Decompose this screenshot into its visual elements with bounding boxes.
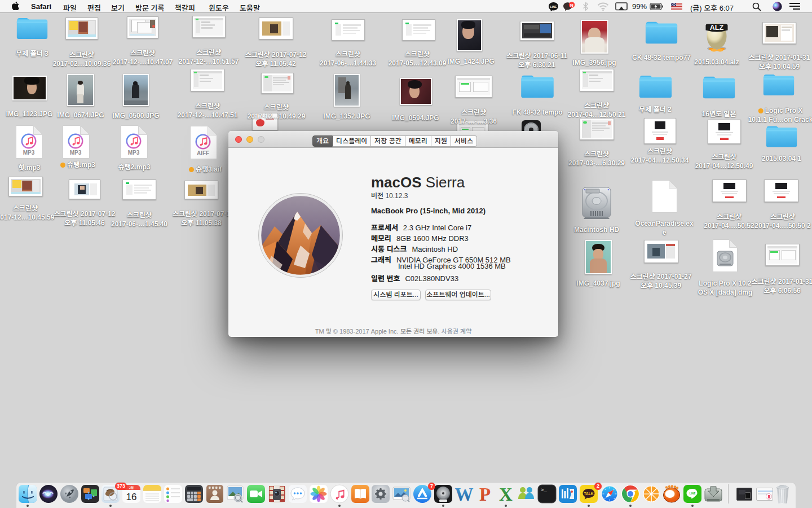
svg-text:N: N: [570, 3, 573, 8]
svg-text:16: 16: [126, 492, 137, 502]
svg-text:LINE: LINE: [550, 5, 557, 8]
svg-text:LINE: LINE: [690, 492, 695, 495]
svg-text:TALK: TALK: [584, 492, 594, 496]
svg-text:ALZ: ALZ: [710, 24, 724, 32]
svg-text:P: P: [479, 484, 491, 503]
svg-text:W: W: [455, 484, 474, 503]
svg-text:2월: 2월: [129, 486, 134, 489]
svg-text:X: X: [499, 484, 513, 503]
svg-text:MP3: MP3: [70, 150, 82, 156]
svg-text:AIFF: AIFF: [197, 150, 209, 156]
svg-text:MP3: MP3: [23, 150, 35, 156]
svg-text:>_: >_: [541, 488, 547, 493]
svg-text:MP3: MP3: [128, 150, 140, 156]
